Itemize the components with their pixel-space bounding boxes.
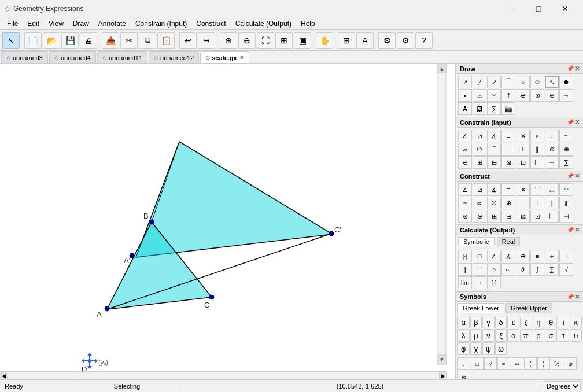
cst-eq[interactable]: ≡ — [501, 183, 515, 196]
sym-btn-ψ[interactable]: ψ — [482, 342, 495, 355]
menu-item-annotate[interactable]: Annotate — [94, 19, 131, 29]
con-sym[interactable]: ⊗ — [545, 143, 559, 156]
con-circ[interactable]: ⌒ — [487, 143, 501, 156]
toolbar-btn-zoom-in[interactable]: ⊕ — [220, 32, 237, 49]
sym-btn-φ[interactable]: φ — [457, 342, 470, 355]
calc-tab-real[interactable]: Real — [497, 237, 521, 246]
toolbar-btn-redo[interactable]: ↪ — [198, 32, 215, 49]
cst-ang[interactable]: ∠ — [458, 183, 472, 196]
sym-extra-btn[interactable]: ⊕ — [564, 357, 577, 370]
calc-slope[interactable]: ∡ — [501, 250, 515, 262]
sym-extra-btn[interactable]: % — [551, 357, 563, 370]
con-line[interactable]: — — [501, 143, 515, 156]
draw-poly[interactable]: ⬟ — [559, 76, 573, 88]
con-perp[interactable]: ⊥ — [516, 143, 530, 156]
toolbar-btn-zoom-fit[interactable]: ⛶ — [257, 32, 274, 49]
menu-item-draw[interactable]: Draw — [68, 19, 94, 29]
cst-sq[interactable]: ⊞ — [487, 210, 501, 223]
toolbar-btn-tools2[interactable]: ⚙ — [397, 32, 414, 49]
cst-line[interactable]: — — [516, 197, 530, 209]
toolbar-btn-tools1[interactable]: ⚙ — [378, 32, 396, 49]
calc-sum[interactable]: ∑ — [545, 263, 559, 276]
cst-x[interactable]: ⊠ — [516, 210, 530, 223]
con-tilde[interactable]: ~ — [559, 130, 573, 142]
cst-tri[interactable]: ⊿ — [473, 183, 486, 196]
symbols-panel-pin[interactable]: 📌 — [567, 294, 574, 300]
calc-inf[interactable]: ∞ — [501, 263, 515, 276]
scroll-left[interactable]: ◀ — [0, 372, 8, 380]
toolbar-btn-zoom-sel[interactable]: ⊞ — [275, 32, 293, 49]
sym-btn-κ[interactable]: κ — [570, 316, 582, 328]
toolbar-btn-print[interactable]: 🖨 — [80, 32, 97, 49]
calc-integ[interactable]: ∫ — [530, 263, 544, 276]
draw-vector[interactable]: → — [559, 89, 573, 102]
construct-panel-pin[interactable]: 📌 — [567, 173, 574, 179]
con-mult[interactable]: × — [530, 130, 544, 142]
sym-btn-θ[interactable]: θ — [545, 316, 557, 328]
sym-btn-ν[interactable]: ν — [482, 329, 495, 342]
con-sq2[interactable]: ⊟ — [487, 156, 501, 169]
draw-param[interactable]: ⊗ — [530, 89, 544, 102]
sym-extra-btn[interactable]: ≈ — [497, 357, 510, 370]
cst-par[interactable]: ∥ — [545, 197, 559, 209]
sym-btn-ζ[interactable]: ζ — [520, 316, 532, 328]
calc-mat[interactable]: [·] — [487, 276, 501, 289]
sym-extra-btn[interactable]: √ — [484, 357, 497, 370]
calc-vec[interactable]: → — [473, 276, 486, 289]
sym-btn-ι[interactable]: ι — [558, 316, 570, 328]
sym-btn-ω[interactable]: ω — [495, 342, 507, 355]
con-r[interactable]: ⊣ — [545, 156, 559, 169]
point-a-prime[interactable] — [130, 253, 134, 258]
sym-btn-η[interactable]: η — [533, 316, 545, 328]
cst-sq2[interactable]: ⊟ — [501, 210, 515, 223]
cst-o[interactable]: ⊡ — [530, 210, 544, 223]
draw-spiral[interactable]: ⌔ — [487, 89, 501, 102]
draw-polar[interactable]: ⊝ — [545, 89, 559, 102]
cst-arc[interactable]: ⌒ — [530, 183, 544, 196]
sym-tab-lower[interactable]: Greek Lower — [457, 303, 504, 313]
sym-extra-btn[interactable]: ⊗ — [457, 371, 470, 379]
menu-item-file[interactable]: File — [2, 19, 23, 29]
draw-image[interactable]: 🖼 — [473, 102, 486, 115]
sym-btn-χ[interactable]: χ — [470, 342, 482, 355]
toolbar-btn-snap[interactable]: A — [356, 32, 374, 49]
menu-item-constrain-input[interactable]: Constrain (Input) — [131, 19, 191, 29]
maximize-button[interactable]: □ — [525, 0, 552, 17]
sym-extra-btn[interactable]: ) — [537, 357, 550, 370]
draw-text[interactable]: A — [458, 102, 472, 115]
point-c[interactable] — [209, 295, 214, 299]
toolbar-btn-save[interactable]: 💾 — [61, 32, 79, 49]
con-eq[interactable]: ≡ — [501, 130, 515, 142]
con-par[interactable]: ∥ — [530, 143, 544, 156]
toolbar-btn-zoom-out[interactable]: ⊖ — [238, 32, 256, 49]
sym-btn-α[interactable]: α — [457, 316, 470, 328]
calc-ratio[interactable]: ÷ — [545, 250, 559, 262]
sym-btn-μ[interactable]: μ — [470, 329, 482, 342]
calc-perp[interactable]: ⊥ — [559, 250, 573, 262]
calc-area[interactable]: □ — [473, 250, 486, 262]
toolbar-btn-cut[interactable]: ✂ — [120, 32, 138, 49]
canvas-area[interactable]: B A' C' A C D (y₀) — [0, 64, 456, 379]
draw-select[interactable]: ↖ — [545, 76, 559, 88]
cst-perp[interactable]: ⊥ — [530, 197, 544, 209]
toolbar-btn-zoom-page[interactable]: ▣ — [294, 32, 311, 49]
draw-panel-close[interactable]: ✕ — [575, 65, 580, 72]
draw-implicit[interactable]: ⊕ — [516, 89, 530, 102]
con-inf[interactable]: ∞ — [458, 143, 472, 156]
cst-cross[interactable]: ✕ — [516, 183, 530, 196]
cst-sym[interactable]: ⊗ — [458, 210, 472, 223]
unit-select[interactable]: Degrees Radians — [544, 381, 581, 391]
constrain-panel-pin[interactable]: 📌 — [567, 119, 574, 125]
cst-l2[interactable]: ⊢ — [545, 210, 559, 223]
con-coord2[interactable]: ⊡ — [516, 156, 530, 169]
close-button[interactable]: ✕ — [552, 0, 578, 17]
sym-btn-σ[interactable]: σ — [545, 329, 557, 342]
cst-minus[interactable]: ⊝ — [473, 210, 486, 223]
sym-btn-λ[interactable]: λ — [457, 329, 470, 342]
con-l[interactable]: ⊢ — [530, 156, 544, 169]
sym-btn-ρ[interactable]: ρ — [533, 329, 545, 342]
symbols-panel-close[interactable]: ✕ — [575, 294, 580, 300]
toolbar-btn-copy[interactable]: ⧉ — [139, 32, 156, 49]
menu-item-construct[interactable]: Construct — [191, 19, 230, 29]
menu-item-edit[interactable]: Edit — [23, 19, 44, 29]
